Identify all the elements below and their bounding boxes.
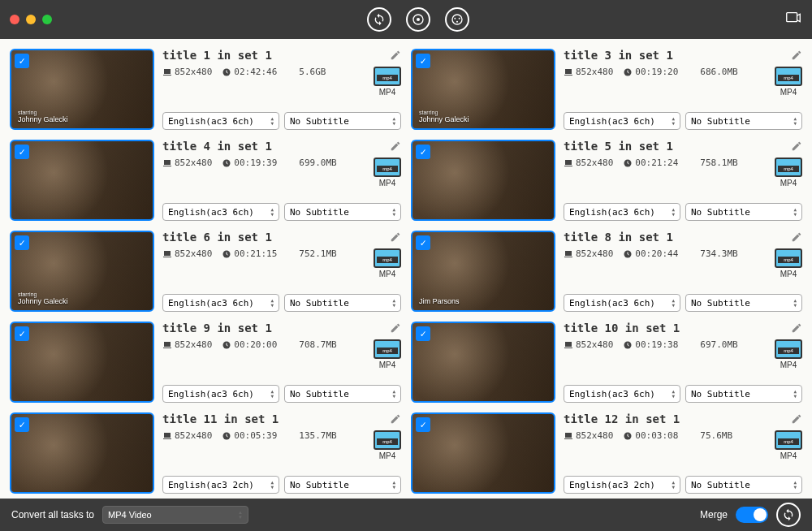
- thumbnail-caption: starringJohnny Galecki: [18, 110, 68, 123]
- subtitle-select[interactable]: No Subtitle▲▼: [284, 476, 401, 494]
- select-checkbox[interactable]: [416, 54, 430, 68]
- convert-format-select[interactable]: MP4 Video ▲▼: [102, 506, 248, 524]
- filesize-info: 758.1MB: [688, 158, 737, 168]
- output-format[interactable]: MP4: [374, 248, 401, 278]
- resolution-info: 852x480: [564, 158, 613, 168]
- video-thumbnail[interactable]: [411, 412, 555, 494]
- output-format[interactable]: MP4: [374, 67, 401, 97]
- convert-all-label: Convert all tasks to: [11, 509, 94, 520]
- video-card: title 5 in set 1 852x480 00:21:24 758.1M…: [411, 140, 802, 221]
- video-title: title 12 in set 1: [564, 412, 802, 425]
- subtitle-select[interactable]: No Subtitle▲▼: [284, 203, 401, 221]
- output-format[interactable]: MP4: [775, 430, 802, 460]
- duration-info: 00:19:20: [623, 67, 678, 77]
- edit-icon[interactable]: [390, 231, 401, 246]
- thumbnail-caption: starringJohnny Galecki: [419, 110, 469, 123]
- audio-track-select[interactable]: English(ac3 6ch)▲▼: [162, 203, 279, 221]
- resolution-info: 852x480: [162, 339, 212, 350]
- thumbnail-caption: starringJohnny Galecki: [18, 291, 68, 305]
- svg-point-5: [456, 21, 458, 23]
- output-format[interactable]: MP4: [374, 158, 401, 188]
- mp4-icon: [374, 158, 401, 177]
- output-format[interactable]: MP4: [775, 158, 802, 188]
- video-thumbnail[interactable]: starringJohnny Galecki: [10, 231, 154, 312]
- select-checkbox[interactable]: [15, 235, 29, 250]
- output-format[interactable]: MP4: [374, 339, 401, 369]
- video-card: Jim Parsons title 8 in set 1 852x480 00:…: [411, 231, 802, 312]
- video-title: title 10 in set 1: [564, 322, 802, 335]
- merge-toggle[interactable]: [736, 507, 768, 523]
- merge-label: Merge: [700, 509, 728, 520]
- subtitle-select[interactable]: No Subtitle▲▼: [685, 476, 802, 494]
- svg-point-2: [452, 15, 462, 24]
- video-title: title 1 in set 1: [162, 49, 401, 62]
- video-thumbnail[interactable]: [10, 140, 154, 221]
- media-tab-icon[interactable]: [445, 7, 469, 32]
- audio-track-select[interactable]: English(ac3 6ch)▲▼: [564, 385, 680, 403]
- close-window-button[interactable]: [10, 15, 19, 24]
- audio-track-select[interactable]: English(ac3 6ch)▲▼: [564, 112, 680, 130]
- output-format[interactable]: MP4: [775, 248, 802, 278]
- audio-track-select[interactable]: English(ac3 2ch)▲▼: [162, 476, 279, 494]
- subtitle-select[interactable]: No Subtitle▲▼: [284, 385, 401, 403]
- edit-icon[interactable]: [791, 231, 802, 246]
- convert-tab-icon[interactable]: [367, 7, 391, 32]
- video-thumbnail[interactable]: starringJohnny Galecki: [10, 49, 154, 130]
- audio-track-select[interactable]: English(ac3 6ch)▲▼: [162, 294, 279, 312]
- playlist-icon[interactable]: [784, 9, 802, 30]
- audio-track-select[interactable]: English(ac3 6ch)▲▼: [564, 294, 680, 312]
- maximize-window-button[interactable]: [42, 15, 52, 24]
- subtitle-select[interactable]: No Subtitle▲▼: [284, 112, 401, 130]
- video-thumbnail[interactable]: Jim Parsons: [411, 231, 555, 312]
- subtitle-select[interactable]: No Subtitle▲▼: [685, 112, 802, 130]
- video-card: starringJohnny Galecki title 6 in set 1 …: [10, 231, 401, 312]
- audio-track-select[interactable]: English(ac3 6ch)▲▼: [162, 112, 279, 130]
- select-checkbox[interactable]: [416, 145, 430, 159]
- select-checkbox[interactable]: [15, 54, 29, 68]
- select-checkbox[interactable]: [15, 145, 29, 159]
- select-checkbox[interactable]: [416, 235, 430, 250]
- edit-icon[interactable]: [791, 49, 802, 64]
- minimize-window-button[interactable]: [26, 15, 36, 24]
- subtitle-select[interactable]: No Subtitle▲▼: [284, 294, 401, 312]
- subtitle-select[interactable]: No Subtitle▲▼: [685, 203, 802, 221]
- duration-info: 00:20:44: [623, 248, 678, 259]
- edit-icon[interactable]: [791, 322, 802, 337]
- select-checkbox[interactable]: [416, 417, 430, 432]
- filesize-info: 708.7MB: [287, 339, 336, 350]
- video-card: title 11 in set 1 852x480 00:05:39 135.7…: [10, 412, 401, 494]
- video-title: title 4 in set 1: [162, 140, 401, 153]
- resolution-info: 852x480: [162, 430, 212, 441]
- select-checkbox[interactable]: [416, 326, 430, 341]
- video-thumbnail[interactable]: starringJohnny Galecki: [411, 49, 555, 130]
- select-checkbox[interactable]: [15, 417, 29, 432]
- video-thumbnail[interactable]: [411, 322, 555, 403]
- audio-track-select[interactable]: English(ac3 6ch)▲▼: [162, 385, 279, 403]
- edit-icon[interactable]: [791, 140, 802, 155]
- svg-rect-6: [787, 13, 797, 22]
- audio-track-select[interactable]: English(ac3 2ch)▲▼: [564, 476, 680, 494]
- subtitle-select[interactable]: No Subtitle▲▼: [685, 294, 802, 312]
- video-thumbnail[interactable]: [10, 322, 154, 403]
- start-convert-button[interactable]: [776, 503, 801, 527]
- resolution-info: 852x480: [162, 158, 212, 168]
- select-checkbox[interactable]: [15, 326, 29, 341]
- audio-track-select[interactable]: English(ac3 6ch)▲▼: [564, 203, 680, 221]
- disc-tab-icon[interactable]: [406, 7, 430, 32]
- edit-icon[interactable]: [390, 49, 401, 64]
- duration-info: 00:20:00: [222, 339, 277, 350]
- edit-icon[interactable]: [390, 412, 401, 428]
- output-format[interactable]: MP4: [775, 339, 802, 369]
- duration-info: 00:21:24: [623, 158, 678, 168]
- edit-icon[interactable]: [390, 322, 401, 337]
- output-format[interactable]: MP4: [775, 67, 802, 97]
- filesize-info: 686.0MB: [688, 67, 737, 77]
- video-list: starringJohnny Galecki title 1 in set 1 …: [0, 39, 812, 499]
- edit-icon[interactable]: [390, 140, 401, 155]
- video-thumbnail[interactable]: [411, 140, 555, 221]
- edit-icon[interactable]: [791, 412, 802, 428]
- subtitle-select[interactable]: No Subtitle▲▼: [685, 385, 802, 403]
- output-format[interactable]: MP4: [374, 430, 401, 460]
- video-thumbnail[interactable]: [10, 412, 154, 494]
- mp4-icon: [374, 248, 401, 268]
